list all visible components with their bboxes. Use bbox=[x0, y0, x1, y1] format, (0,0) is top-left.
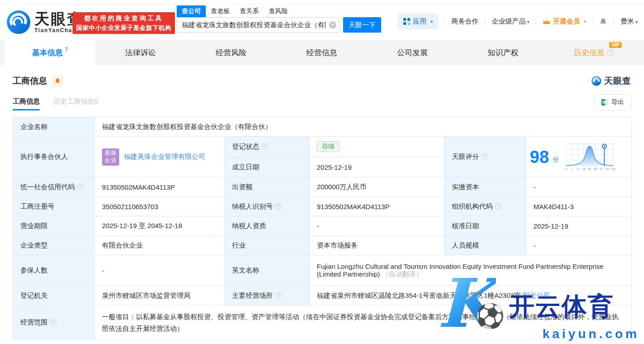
svg-text:0: 0 bbox=[565, 167, 567, 171]
staff-size-value: - bbox=[526, 236, 632, 255]
divider bbox=[536, 18, 536, 25]
business-term-value: 2025-12-19 至 2045-12-18 bbox=[95, 216, 225, 236]
search-tab-company[interactable]: 查公司 bbox=[177, 5, 206, 17]
business-info-subtabs: 工商信息 历史工商信息0 bbox=[13, 97, 98, 110]
tianyan-score-label: 天眼评分 bbox=[445, 137, 526, 177]
user-menu[interactable]: 费米▾ bbox=[620, 17, 638, 26]
table-row: 登记机关 泉州市鲤城区市场监督管理局 主要经营场所 福建省泉州市鲤城区温陵北路3… bbox=[13, 286, 632, 306]
svg-text:3: 3 bbox=[577, 167, 579, 171]
tab-operation-risk[interactable]: 经营风险 bbox=[186, 40, 276, 65]
divider bbox=[445, 18, 445, 25]
score-axis-labels: 0 1 3 15 50 85 97 99 100 bbox=[565, 167, 616, 171]
search-tab-boss[interactable]: 查老板 bbox=[206, 5, 235, 17]
company-type-value: 有限合伙企业 bbox=[95, 236, 225, 255]
search-input[interactable] bbox=[177, 17, 340, 33]
export-button[interactable]: 导出 bbox=[594, 94, 631, 110]
svg-text:99: 99 bbox=[605, 167, 609, 171]
registration-status-label: 登记状态 bbox=[225, 137, 310, 157]
enterprise-product-link[interactable]: 企业级产品▾ bbox=[492, 17, 529, 26]
top-bar: 天眼查 TianYanCha.com 都在用的商业查询工具 国家中小企业发展子基… bbox=[0, 5, 644, 40]
approval-date-label: 核准日期 bbox=[445, 216, 526, 236]
notification-bell-icon[interactable] bbox=[599, 18, 607, 26]
question-icon[interactable] bbox=[261, 143, 268, 150]
business-scope-label: 经营范围 bbox=[13, 306, 95, 340]
subtab-business-info[interactable]: 工商信息 bbox=[13, 97, 40, 110]
question-icon[interactable] bbox=[77, 183, 84, 190]
company-name-label: 企业名称 bbox=[13, 117, 95, 137]
search-tab-relation[interactable]: 查关系 bbox=[235, 5, 264, 17]
username: 费米 bbox=[620, 17, 634, 25]
nearby-companies-link[interactable]: 附近公司 bbox=[523, 291, 550, 299]
established-date-value: 2025-12-19 bbox=[310, 157, 445, 177]
business-cooperation-link[interactable]: 商务合作 bbox=[451, 17, 479, 26]
partner-company-link[interactable]: 福建美珠企业管理有限公司 bbox=[124, 153, 205, 161]
industry-value: 资本市场服务 bbox=[310, 236, 445, 255]
promo-banner: 都在用的商业查询工具 国家中小企业发展子基金旗下机构 bbox=[73, 12, 175, 34]
registration-number-label: 工商注册号 bbox=[13, 197, 95, 216]
tab-legal-litigation[interactable]: 法律诉讼 bbox=[95, 40, 186, 65]
question-icon[interactable] bbox=[495, 203, 502, 210]
capital-value: 200000万人民币 bbox=[310, 177, 445, 197]
question-icon[interactable] bbox=[607, 49, 614, 56]
table-row: 营业期限 2025-12-19 至 2045-12-18 纳税人资质 - 核准日… bbox=[13, 216, 632, 236]
paid-capital-value: - bbox=[526, 177, 632, 197]
score-unit: 分 bbox=[552, 156, 559, 164]
tab-intellectual-property[interactable]: 知识产权 bbox=[458, 40, 548, 65]
crown-icon bbox=[542, 19, 551, 25]
svg-text:97: 97 bbox=[600, 167, 603, 171]
subscribe-bell-icon[interactable] bbox=[52, 75, 63, 87]
apps-button[interactable]: 应用 ▾ bbox=[398, 14, 438, 29]
executive-partner-label: 执行事务合伙人 bbox=[13, 137, 95, 177]
search-button[interactable]: 天眼一下 bbox=[343, 17, 381, 33]
header-right-menu: 应用 ▾ 商务合作 企业级产品▾ 开通会员 ▾ 费 bbox=[398, 14, 638, 29]
promo-line1: 都在用的商业查询工具 bbox=[84, 14, 164, 23]
subtab-history-business-info[interactable]: 历史工商信息0 bbox=[53, 97, 98, 110]
question-icon[interactable] bbox=[275, 292, 282, 299]
table-row: 参保人数 - 英文名称 Fujian Longzhu Cultural and … bbox=[13, 255, 632, 286]
taxpayer-id-label: 纳税人识别号 bbox=[225, 197, 310, 216]
status-badge: 存续 bbox=[317, 141, 339, 152]
open-vip-button[interactable]: 开通会员 ▾ bbox=[542, 17, 586, 26]
insured-count-value: - bbox=[95, 255, 225, 286]
executive-partner-value: 美珠企业 福建美珠企业管理有限公司 bbox=[95, 137, 225, 177]
tab-operation-info[interactable]: 经营信息 bbox=[276, 40, 367, 65]
clear-icon[interactable]: × bbox=[329, 21, 336, 29]
business-address-label: 主要经营场所 bbox=[225, 286, 310, 306]
tab-history-info[interactable]: VIP 历史信息 bbox=[548, 40, 639, 65]
score-distribution-chart: 0 1 3 15 50 85 97 99 100 bbox=[562, 142, 618, 172]
main-content: 工商信息 天眼查 工商信息 历史工商信息0 bbox=[0, 75, 644, 340]
search-tab-risk[interactable]: 查风险 bbox=[264, 5, 293, 17]
registration-number-value: 350502110653703 bbox=[95, 197, 225, 216]
taxpayer-id-value: 91350502MAK4D4113P bbox=[310, 197, 445, 216]
insured-count-label: 参保人数 bbox=[13, 255, 95, 286]
org-code-value: MAK4D411-3 bbox=[526, 197, 632, 216]
table-row: 企业类型 有限合伙企业 行业 资本市场服务 人员规模 - bbox=[13, 236, 632, 255]
business-scope-value: 一般项目：以私募基金从事股权投资、投资管理、资产管理等活动（须在中国证券投资基金… bbox=[95, 306, 632, 340]
excel-icon bbox=[601, 99, 608, 106]
chevron-down-icon: ▾ bbox=[431, 19, 433, 24]
registration-authority-label: 登记机关 bbox=[13, 286, 95, 306]
company-nav-tabs: 基本信息 7 法律诉讼 经营风险 经营信息 公司发展 知识产权 VIP 历史信息 bbox=[0, 40, 644, 65]
divider bbox=[485, 18, 485, 25]
uscc-value: 91350502MAK4D4113P bbox=[95, 177, 225, 197]
taxpayer-qualification-label: 纳税人资质 bbox=[225, 216, 310, 236]
svg-text:50: 50 bbox=[588, 167, 591, 171]
score-number: 98 bbox=[530, 148, 549, 166]
apps-grid-icon bbox=[403, 18, 410, 25]
established-date-label: 成立日期 bbox=[225, 157, 310, 177]
section-title: 工商信息 bbox=[13, 75, 47, 87]
registration-authority-value: 泉州市鲤城区市场监督管理局 bbox=[95, 286, 225, 306]
business-term-label: 营业期限 bbox=[13, 216, 95, 236]
tab-company-development[interactable]: 公司发展 bbox=[367, 40, 458, 65]
question-icon[interactable] bbox=[50, 319, 57, 325]
english-name-label: 英文名称 bbox=[225, 255, 310, 286]
search-area: 查公司 查老板 查关系 查风险 × 天眼一下 bbox=[177, 5, 381, 33]
chevron-down-icon: ▾ bbox=[584, 19, 586, 24]
staff-size-label: 人员规模 bbox=[445, 236, 526, 255]
tab-basic-info[interactable]: 基本信息 7 bbox=[5, 40, 95, 65]
partner-avatar: 美珠企业 bbox=[102, 148, 119, 166]
question-icon[interactable] bbox=[481, 153, 488, 160]
svg-text:85: 85 bbox=[594, 167, 597, 171]
question-icon[interactable] bbox=[275, 203, 282, 210]
table-row: 统一社会信用代码 91350502MAK4D4113P 出资额 200000万人… bbox=[13, 177, 632, 197]
